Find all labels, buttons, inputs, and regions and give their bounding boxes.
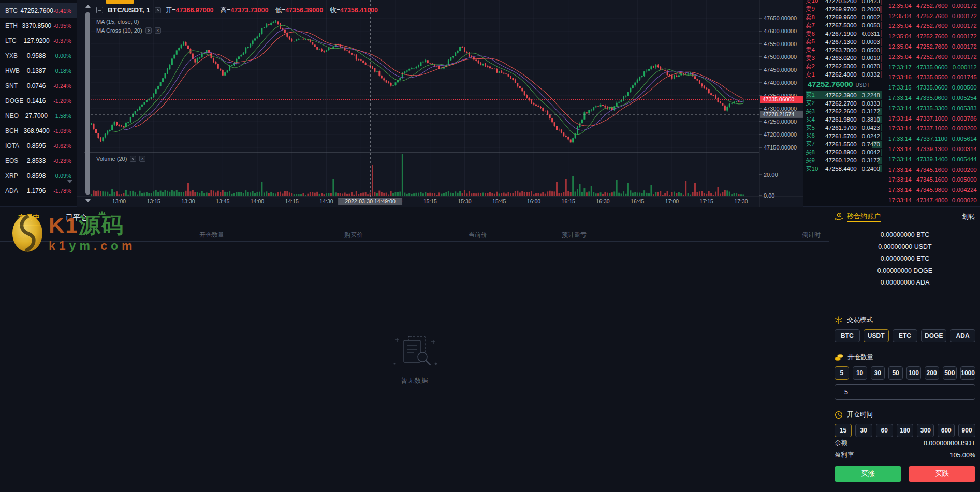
- orderbook-panel: 卖1047270.52000.0423卖947269.97000.2000卖84…: [803, 0, 980, 206]
- watermark-domain-text: k1ym.com: [49, 239, 136, 253]
- close-icon[interactable]: ×: [155, 27, 161, 34]
- duration-option-30[interactable]: 30: [855, 424, 872, 437]
- amount-option-50[interactable]: 50: [888, 366, 903, 380]
- duration-option-60[interactable]: 60: [876, 424, 893, 437]
- mode-option-doge[interactable]: DOGE: [921, 329, 946, 342]
- orderbook-sell-row[interactable]: 卖747267.50000.0050: [806, 21, 882, 29]
- chart-scrollbar[interactable]: [84, 0, 91, 207]
- amount-option-500[interactable]: 500: [943, 366, 957, 380]
- duration-option-600[interactable]: 600: [938, 424, 955, 437]
- gear-icon[interactable]: [155, 7, 161, 13]
- orderbook-sell-row[interactable]: 卖947269.97000.2000: [806, 5, 882, 13]
- trade-time: 12:35:04: [888, 33, 916, 39]
- orderbook-sell-row[interactable]: 卖547267.13000.0003: [806, 38, 882, 46]
- coin-row-snt[interactable]: SNT0.0746-0.24%: [0, 78, 77, 93]
- duration-option-180[interactable]: 180: [897, 424, 914, 437]
- amount-option-200[interactable]: 200: [925, 366, 939, 380]
- trade-row: 17:33:1447345.16000.000200: [888, 165, 977, 175]
- level-label: 卖5: [806, 38, 823, 46]
- trade-row: 12:35:0447252.76000.000172: [888, 31, 977, 41]
- level-price: 47270.5200: [823, 0, 857, 4]
- coin-row-bch[interactable]: BCH368.9400-1.03%: [0, 123, 77, 138]
- scrollbar-thumb[interactable]: [85, 12, 90, 195]
- current-price: 47252.76000 USDT: [806, 79, 882, 91]
- amount-input[interactable]: [835, 384, 975, 400]
- coin-price: 0.8598: [27, 172, 46, 180]
- orderbook-sell-row[interactable]: 卖647267.19000.0311: [806, 29, 882, 38]
- coin-row-ada[interactable]: ADA1.1796-1.78%: [0, 183, 77, 198]
- coin-row-ltc[interactable]: LTC127.9200-0.37%: [0, 33, 77, 48]
- chart-canvas[interactable]: 47650.0000047600.0000047550.0000047500.0…: [77, 0, 803, 207]
- trade-price: 47337.1000: [916, 125, 948, 131]
- svg-text:16:45: 16:45: [631, 198, 644, 204]
- close-icon[interactable]: ×: [139, 156, 145, 162]
- buy-down-button[interactable]: 买跌: [909, 466, 975, 482]
- transfer-link[interactable]: 划转: [962, 212, 975, 221]
- coin-row-xrp[interactable]: XRP0.85980.09%: [0, 168, 77, 183]
- orderbook-buy-row[interactable]: 买1047258.44000.2400: [806, 165, 882, 173]
- coin-price: 0.0746: [27, 82, 46, 90]
- orderbook-buy-row[interactable]: 买147262.39003.2248: [806, 91, 882, 99]
- scroll-up-icon[interactable]: [85, 5, 91, 8]
- orderbook-buy-row[interactable]: 买347262.26000.3172: [806, 108, 882, 116]
- scroll-down-icon[interactable]: [85, 199, 91, 202]
- amount-option-100[interactable]: 100: [906, 366, 921, 380]
- gear-icon[interactable]: [130, 156, 136, 162]
- market-top-section: BTC47252.7600-0.41%ETH3370.8500-0.95%LTC…: [0, 0, 980, 207]
- chevron-down-icon[interactable]: [67, 180, 72, 183]
- level-label: 买8: [806, 148, 823, 156]
- gear-icon[interactable]: [145, 27, 152, 34]
- orderbook-buy-row[interactable]: 买747261.55000.7470: [806, 140, 882, 148]
- amount-option-30[interactable]: 30: [871, 366, 885, 380]
- duration-option-300[interactable]: 300: [917, 424, 934, 437]
- orderbook-sell-row[interactable]: 卖1047270.52000.0423: [806, 0, 882, 5]
- orderbook-sell-row[interactable]: 卖847269.96000.0002: [806, 13, 882, 22]
- orderbook-buy-row[interactable]: 买447261.98000.3810: [806, 115, 882, 124]
- coin-row-doge[interactable]: DOGE0.1416-1.20%: [0, 93, 77, 108]
- orderbook-buy-row[interactable]: 买547261.97000.0423: [806, 124, 882, 132]
- positions-col-header: 购买价: [344, 231, 363, 240]
- buy-up-button[interactable]: 买涨: [835, 466, 901, 482]
- trade-amount: 0.005614: [948, 136, 977, 142]
- orderbook-buy-row[interactable]: 买847260.89000.0042: [806, 148, 882, 157]
- level-price: 47261.9700: [823, 125, 857, 131]
- coin-row-neo[interactable]: NEO27.70001.58%: [0, 108, 77, 123]
- positions-col-header: 开仓数量: [199, 231, 224, 240]
- level-price: 47260.1200: [823, 157, 857, 163]
- coin-row-btc[interactable]: BTC47252.7600-0.41%: [0, 3, 77, 18]
- mode-option-btc[interactable]: BTC: [835, 329, 860, 342]
- orderbook-sell-row[interactable]: 卖247262.50000.0070: [806, 62, 882, 70]
- orderbook-sell-row[interactable]: 卖347263.02000.0010: [806, 54, 882, 63]
- trade-time: 17:33:14: [888, 95, 916, 101]
- coin-row-eos[interactable]: EOS2.8533-0.23%: [0, 153, 77, 168]
- trade-price: 47335.0500: [916, 74, 948, 80]
- coin-row-hwb[interactable]: HWB0.13870.18%: [0, 63, 77, 78]
- coin-row-iota[interactable]: IOTA0.8595-0.62%: [0, 138, 77, 153]
- orderbook-buy-row[interactable]: 买947260.12000.3172: [806, 156, 882, 165]
- balance-item: 0.00000000 ADA: [835, 277, 975, 289]
- coin-change: -0.23%: [46, 158, 71, 164]
- orderbook-buy-row[interactable]: 买647261.57000.0242: [806, 132, 882, 140]
- orderbook-sell-row[interactable]: 卖447263.70000.0500: [806, 46, 882, 54]
- mode-option-ada[interactable]: ADA: [950, 329, 975, 342]
- coin-row-yxb[interactable]: YXB0.95880.00%: [0, 48, 77, 63]
- orderbook-buy-row[interactable]: 买247262.27000.0333: [806, 99, 882, 108]
- mode-option-etc[interactable]: ETC: [893, 329, 918, 342]
- duration-option-15[interactable]: 15: [835, 424, 852, 437]
- duration-option-900[interactable]: 900: [958, 424, 975, 437]
- collapse-icon[interactable]: –: [96, 7, 103, 13]
- orderbook-sell-row[interactable]: 卖147262.40000.0332: [806, 70, 882, 79]
- amount-option-1000[interactable]: 1000: [960, 366, 975, 380]
- trade-time: 17:33:14: [888, 156, 916, 162]
- coin-price: 0.8595: [27, 142, 46, 150]
- mode-option-usdt[interactable]: USDT: [864, 329, 889, 342]
- high-value: 47373.73000: [230, 7, 268, 14]
- trade-row: 12:35:0447252.76000.000172: [888, 11, 977, 21]
- coin-row-eth[interactable]: ETH3370.8500-0.95%: [0, 18, 77, 33]
- level-price: 47262.3900: [823, 92, 857, 98]
- amount-option-10[interactable]: 10: [853, 366, 867, 380]
- level-label: 卖6: [806, 30, 823, 38]
- trade-time: 17:33:14: [888, 197, 916, 203]
- amount-option-5[interactable]: 5: [835, 366, 849, 380]
- trade-amount: 0.001745: [948, 74, 977, 80]
